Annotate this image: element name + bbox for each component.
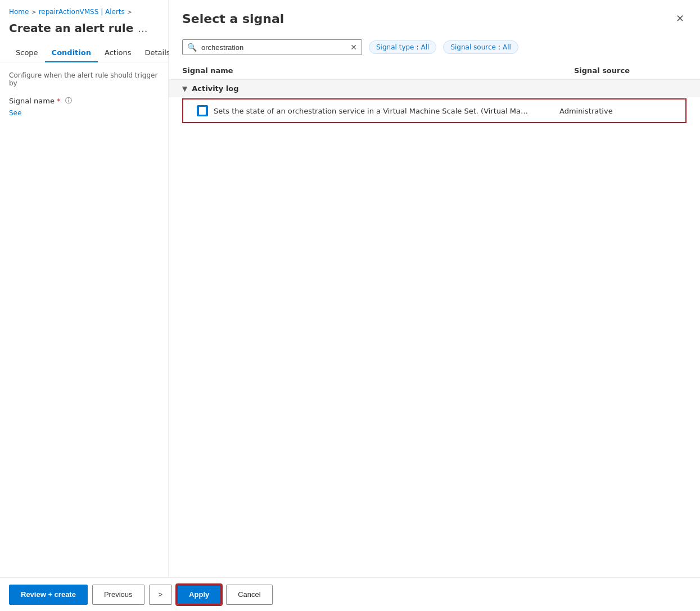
group-chevron-icon: ▼ <box>182 85 187 93</box>
required-marker: * <box>57 97 61 105</box>
signal-source-label: Signal source <box>450 43 496 51</box>
group-activity-log[interactable]: ▼ Activity log <box>169 80 700 97</box>
close-button[interactable]: ✕ <box>674 11 687 26</box>
search-icon: 🔍 <box>187 43 197 52</box>
next-button[interactable]: > <box>149 585 173 605</box>
dialog-panel: Select a signal ✕ 🔍 ✕ Signal type : All … <box>169 0 700 577</box>
review-create-button[interactable]: Review + create <box>9 585 88 605</box>
signal-name-text: Sets the state of an orchestration servi… <box>214 107 559 115</box>
table-header: Signal name Signal source <box>169 62 700 80</box>
dialog-title: Select a signal <box>182 12 284 26</box>
configure-description: Configure when the alert rule should tri… <box>9 71 159 87</box>
tab-condition[interactable]: Condition <box>45 44 98 62</box>
signal-name-field-row: Signal name * ⓘ <box>9 96 159 106</box>
signal-source-value: All <box>503 43 511 51</box>
cancel-button[interactable]: Cancel <box>226 585 272 605</box>
col-header-signal-name: Signal name <box>182 66 574 75</box>
signal-icon-inner <box>199 107 206 115</box>
page-options-button[interactable]: ... <box>138 22 147 34</box>
breadcrumb-sep2: > <box>127 8 132 16</box>
left-panel: Home > repairActionVMSS | Alerts > Creat… <box>0 0 169 611</box>
tab-scope[interactable]: Scope <box>9 44 45 62</box>
signal-source-filter[interactable]: Signal source : All <box>443 40 518 54</box>
signal-type-label: Signal type <box>376 43 414 51</box>
search-clear-icon[interactable]: ✕ <box>350 43 357 52</box>
breadcrumb: Home > repairActionVMSS | Alerts > <box>0 0 168 19</box>
bottom-bar: Review + create Previous > Apply Cancel <box>0 577 700 611</box>
tabs-row: Scope Condition Actions Details <box>0 44 168 62</box>
breadcrumb-home[interactable]: Home <box>9 8 29 16</box>
signal-name-label: Signal name * <box>9 97 61 105</box>
breadcrumb-sep1: > <box>31 8 36 16</box>
dialog-header: Select a signal ✕ <box>169 0 700 35</box>
page-title: Create an alert rule <box>9 21 133 35</box>
breadcrumb-resource[interactable]: repairActionVMSS | Alerts <box>39 8 125 16</box>
signal-type-filter[interactable]: Signal type : All <box>369 40 436 54</box>
search-row: 🔍 ✕ Signal type : All Signal source : Al… <box>169 35 700 62</box>
left-content: Configure when the alert rule should tri… <box>0 62 168 611</box>
signal-source-text: Administrative <box>559 107 672 115</box>
signal-icon <box>197 105 208 116</box>
apply-button[interactable]: Apply <box>177 585 222 605</box>
search-input[interactable] <box>201 43 346 52</box>
signal-info-icon: ⓘ <box>65 96 72 106</box>
group-label: Activity log <box>192 84 238 93</box>
search-box: 🔍 ✕ <box>182 39 362 55</box>
col-header-signal-source: Signal source <box>574 66 687 75</box>
signal-type-value: All <box>421 43 430 51</box>
previous-button[interactable]: Previous <box>92 585 144 605</box>
signal-row[interactable]: Sets the state of an orchestration servi… <box>182 98 687 123</box>
dialog-body: ▼ Activity log Sets the state of an orch… <box>169 80 700 577</box>
tab-actions[interactable]: Actions <box>98 44 138 62</box>
see-link[interactable]: See <box>9 109 159 117</box>
page-title-row: Create an alert rule ... <box>0 19 168 44</box>
